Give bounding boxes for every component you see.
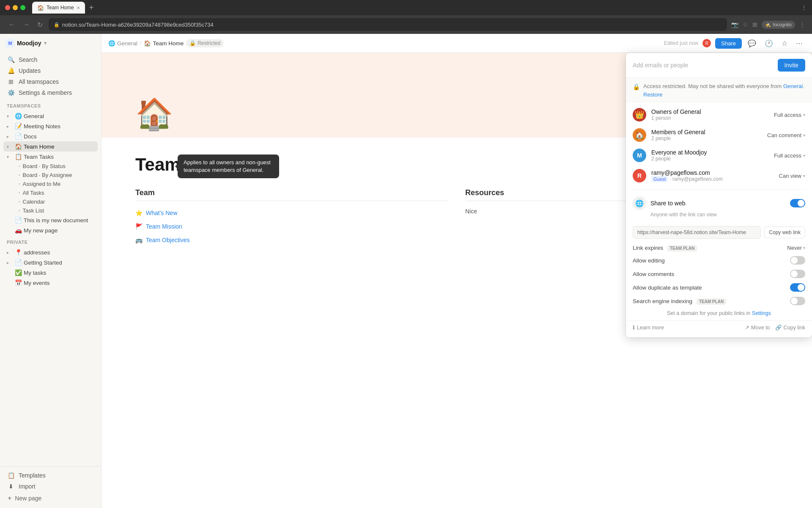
member-row-everyone: M Everyone at Moodjoy 2 people Full acce… — [626, 145, 812, 166]
favorite-icon[interactable]: ☆ — [779, 38, 790, 49]
sidebar-item-all-teamspaces[interactable]: ⊞ All teamspaces — [3, 76, 98, 87]
bookmark-icon[interactable]: ☆ — [743, 21, 748, 28]
sidebar-sub-calendar[interactable]: Calendar — [3, 197, 98, 206]
restore-link[interactable]: Restore — [643, 91, 663, 98]
search-engine-label: Search engine indexing TEAM PLAN — [633, 298, 726, 304]
sidebar-item-addresses[interactable]: ▸ 📍 addresses — [3, 247, 98, 257]
tab-close-icon[interactable]: ✕ — [77, 6, 80, 10]
link-expires-value[interactable]: Never ▾ — [787, 245, 805, 251]
general-link[interactable]: General — [783, 83, 803, 89]
move-to-link[interactable]: ↗ Move to — [745, 324, 770, 331]
allow-editing-toggle[interactable] — [790, 256, 805, 265]
sidebar-sub-assigned-to-me[interactable]: Assigned to Me — [3, 179, 98, 188]
owners-info: Owners of General 1 person — [651, 108, 769, 121]
private-label: Private — [0, 236, 101, 246]
settings-link[interactable]: Settings — [752, 310, 771, 316]
copy-link-icon: 🔗 — [775, 324, 782, 331]
sidebar-item-docs[interactable]: ▸ 📄 Docs — [3, 131, 98, 141]
close-button[interactable] — [5, 5, 10, 10]
general-chevron-icon: ▾ — [7, 114, 13, 119]
camera-off-icon[interactable]: 📷 — [731, 21, 738, 28]
more-options-icon[interactable]: ⋯ — [793, 38, 805, 49]
sidebar-item-updates[interactable]: 🔔 Updates — [3, 65, 98, 76]
member-row-owners: 👑 Owners of General 1 person Full access… — [626, 105, 812, 125]
search-icon: 🔍 — [7, 56, 15, 63]
minimize-button[interactable] — [13, 5, 18, 10]
sidebar-item-import[interactable]: ⬇ Import — [3, 481, 98, 492]
owners-access-dropdown[interactable]: Full access ▾ — [774, 112, 805, 118]
calendar-label: Calendar — [23, 199, 45, 205]
breadcrumb-team-home[interactable]: 🏠 Team Home — [144, 40, 184, 47]
active-tab[interactable]: 🏠 Team Home ✕ — [32, 2, 85, 14]
team-link-whats-new[interactable]: ⭐ What's New — [135, 208, 448, 218]
search-engine-toggle[interactable] — [790, 297, 805, 305]
invite-button[interactable]: Invite — [778, 59, 805, 72]
sidebar-item-general[interactable]: ▾ 🌐 General — [3, 111, 98, 121]
lock-restricted-icon: 🔒 — [189, 40, 196, 46]
share-email-input[interactable] — [633, 62, 774, 69]
sidebar-sub-board-by-status[interactable]: Board · By Status — [3, 162, 98, 171]
learn-more-link[interactable]: ℹ Learn more — [633, 324, 664, 331]
window-controls[interactable] — [5, 5, 25, 10]
updates-icon[interactable]: 🕐 — [762, 38, 776, 49]
restricted-badge[interactable]: 🔒 Restricted — [186, 39, 224, 47]
new-tab-button[interactable]: + — [87, 3, 96, 12]
sidebar-item-my-tasks[interactable]: ✅ My tasks — [3, 268, 98, 278]
new-doc-icon: 📄 — [14, 217, 22, 224]
browser-options-icon[interactable]: ⋮ — [799, 21, 805, 28]
share-button[interactable]: Share — [715, 38, 742, 49]
sidebar-item-my-new-page[interactable]: 🚗 My new page — [3, 225, 98, 235]
panel-footer: ℹ Learn more ↗ Move to 🔗 Copy link — [626, 320, 812, 334]
browser-controls: ⋮ — [801, 4, 807, 11]
new-page-label: New page — [15, 495, 41, 502]
sidebar-item-templates[interactable]: 📋 Templates — [3, 470, 98, 481]
sidebar-item-my-events[interactable]: 📅 My events — [3, 278, 98, 288]
owners-avatar: 👑 — [633, 108, 646, 121]
ramy-access-dropdown[interactable]: Can view ▾ — [779, 173, 805, 179]
breadcrumb-general[interactable]: 🌐 General — [108, 40, 137, 47]
sidebar-sub-board-by-assignee[interactable]: Board · By Assignee — [3, 171, 98, 179]
my-tasks-label: My tasks — [24, 270, 46, 276]
sidebar-nav: 🔍 Search 🔔 Updates ⊞ All teamspaces ⚙️ S… — [0, 52, 101, 100]
restricted-label: Restricted — [198, 40, 220, 46]
addresses-icon: 📍 — [14, 249, 22, 256]
new-page-button[interactable]: + New page — [3, 492, 98, 505]
refresh-button[interactable]: ↻ — [36, 19, 44, 30]
my-new-page-label: My new page — [24, 227, 58, 234]
team-link-mission[interactable]: 🚩 Team Mission — [135, 221, 448, 232]
tab-title: Team Home — [47, 5, 74, 11]
assigned-to-me-label: Assigned to Me — [23, 181, 61, 187]
sidebar-sub-all-tasks[interactable]: All Tasks — [3, 188, 98, 197]
sidebar-item-getting-started[interactable]: ▸ 📄 Getting Started — [3, 257, 98, 268]
workspace-name[interactable]: M Moodjoy ▾ — [6, 39, 47, 47]
breadcrumb-separator: / — [140, 40, 141, 46]
team-home-label: Team Home — [24, 144, 55, 150]
team-link-objectives[interactable]: 🚌 Team Objectives — [135, 235, 448, 245]
sidebar-item-new-doc[interactable]: 📄 This is my new document — [3, 215, 98, 225]
everyone-access-dropdown[interactable]: Full access ▾ — [774, 152, 805, 159]
sidebar-item-search[interactable]: 🔍 Search — [3, 54, 98, 65]
copy-web-link-button[interactable]: Copy web link — [764, 226, 805, 238]
templates-label: Templates — [19, 472, 46, 479]
sidebar-item-settings[interactable]: ⚙️ Settings & members — [3, 87, 98, 98]
copy-link-footer[interactable]: 🔗 Copy link — [775, 324, 805, 331]
lock-icon: 🔒 — [54, 22, 60, 28]
extension-icon[interactable]: ⊞ — [752, 21, 757, 28]
members-access-dropdown[interactable]: Can comment ▾ — [767, 132, 805, 138]
back-button[interactable]: ← — [7, 19, 17, 30]
maximize-button[interactable] — [20, 5, 25, 10]
forward-button[interactable]: → — [21, 19, 31, 30]
share-to-web-toggle[interactable] — [790, 199, 805, 207]
sidebar-item-meeting-notes[interactable]: ▸ 📝 Meeting Notes — [3, 121, 98, 131]
sidebar-item-team-home[interactable]: ▾ 🏠 Team Home — [3, 141, 98, 152]
allow-comments-toggle[interactable] — [790, 270, 805, 278]
allow-duplicate-toggle[interactable] — [790, 283, 805, 292]
browser-menu-icon[interactable]: ⋮ — [801, 4, 807, 11]
sidebar-sub-task-list[interactable]: Task List — [3, 206, 98, 215]
comment-icon[interactable]: 💬 — [745, 38, 759, 49]
user-avatar[interactable]: R — [702, 38, 712, 48]
panel-divider-1 — [633, 189, 805, 190]
page-emoji: 🏠 — [135, 99, 173, 129]
url-input[interactable]: 🔒 notion.so/Team-Home-a626e39209a748798e… — [49, 18, 727, 31]
sidebar-item-team-tasks[interactable]: ▾ 📋 Team Tasks — [3, 152, 98, 162]
